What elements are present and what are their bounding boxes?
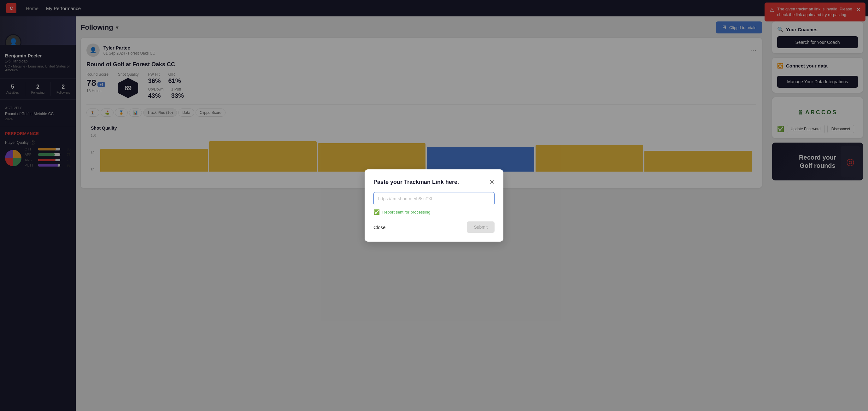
modal-submit-button[interactable]: Submit [467,221,495,233]
modal-header: Paste your Trackman Link here. ✕ [373,178,495,186]
modal-overlay[interactable]: Paste your Trackman Link here. ✕ ✅ Repor… [0,0,868,411]
modal-footer: Close Submit [373,221,495,233]
modal-close-button[interactable]: Close [373,225,385,230]
success-check-icon: ✅ [373,209,380,215]
trackman-modal: Paste your Trackman Link here. ✕ ✅ Repor… [365,169,503,242]
success-text: Report sent for processing [382,210,430,215]
trackman-link-input[interactable] [373,192,495,205]
modal-success-message: ✅ Report sent for processing [373,209,495,215]
modal-title: Paste your Trackman Link here. [373,179,459,186]
modal-close-x-button[interactable]: ✕ [489,178,495,186]
